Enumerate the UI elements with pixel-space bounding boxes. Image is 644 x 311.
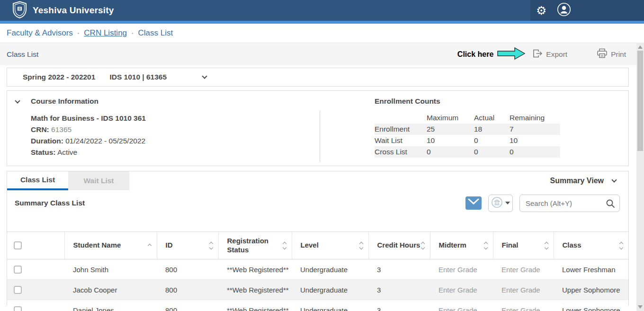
- col-header-remaining: Remaining: [510, 112, 560, 124]
- scroll-up-arrow-icon[interactable]: [638, 45, 643, 49]
- row-label-cross-list: Cross List: [375, 146, 427, 158]
- brand-name: Yeshiva University: [33, 5, 114, 16]
- class-list-page: Yeshiva University ⚙ Faculty & Advisors …: [0, 0, 644, 311]
- export-icon: [532, 49, 543, 60]
- midterm-enter-grade-link[interactable]: Enter Grade: [430, 300, 493, 311]
- cross-list-maximum: 0: [427, 146, 474, 158]
- university-shield-logo-icon: [12, 1, 27, 20]
- enrollment-maximum: 25: [427, 124, 474, 135]
- id-cell: 800: [157, 300, 218, 311]
- col-header-registration-status[interactable]: Registration Status: [219, 237, 292, 255]
- col-header-final[interactable]: Final: [493, 241, 554, 250]
- top-navbar: Yeshiva University ⚙: [0, 0, 644, 21]
- row-checkbox[interactable]: [14, 306, 22, 311]
- summary-view-label: Summary View: [550, 177, 604, 185]
- cross-list-remaining: 0: [510, 146, 560, 158]
- col-header-credit-hours[interactable]: Credit Hours: [369, 241, 430, 250]
- photo-column-header: [29, 232, 64, 259]
- breadcrumb-crn-listing[interactable]: CRN Listing: [84, 28, 127, 38]
- summary-class-list-heading: Summary Class List: [15, 199, 85, 207]
- col-header-class[interactable]: Class: [554, 241, 629, 250]
- col-header-level[interactable]: Level: [292, 241, 368, 250]
- col-header-student-name[interactable]: Student Name: [65, 241, 157, 250]
- summary-view-selector[interactable]: Summary View: [550, 171, 628, 190]
- col-header-maximum: Maximum: [427, 112, 474, 124]
- row-checkbox[interactable]: [14, 286, 22, 294]
- panel-divider: [320, 111, 320, 162]
- vertical-scrollbar[interactable]: [636, 43, 644, 311]
- id-cell: 800: [157, 259, 218, 280]
- export-label: Export: [546, 50, 567, 59]
- breadcrumb-faculty-advisors[interactable]: Faculty & Advisors: [7, 28, 73, 38]
- duration-line: Duration: 01/24/2022 - 05/25/2022: [31, 135, 146, 147]
- spacer-cell: [375, 112, 427, 124]
- term-course-selector[interactable]: Spring 2022 - 202201 IDS 1010 | 61365: [7, 68, 629, 87]
- scroll-down-arrow-icon[interactable]: [638, 305, 643, 309]
- row-label-wait-list: Wait List: [375, 135, 427, 146]
- print-label: Print: [611, 50, 626, 59]
- student-name-cell: Daniel Jones: [64, 300, 157, 311]
- sort-ascending-icon: [147, 243, 151, 247]
- user-avatar-icon[interactable]: [557, 2, 571, 18]
- scrollbar-thumb[interactable]: [637, 51, 643, 151]
- final-enter-grade-link[interactable]: Enter Grade: [493, 259, 554, 280]
- row-checkbox[interactable]: [14, 266, 22, 274]
- gear-icon[interactable]: ⚙: [536, 5, 546, 17]
- breadcrumb-separator: •: [132, 31, 134, 36]
- photo-cell: [29, 280, 64, 300]
- toolbar-actions: Click here Export: [457, 47, 626, 62]
- crn-label: CRN:: [31, 125, 49, 133]
- sort-down-icon: [209, 245, 213, 249]
- status-line: Status: Active: [31, 147, 146, 158]
- table-row: Jacob Cooper 800 **Web Registered** Unde…: [7, 280, 628, 300]
- enrollment-actual: 18: [474, 124, 510, 135]
- brand: Yeshiva University: [0, 1, 114, 20]
- midterm-enter-grade-link[interactable]: Enter Grade: [430, 259, 493, 280]
- search-container: [519, 195, 620, 212]
- select-all-checkbox[interactable]: [14, 241, 22, 249]
- bank-columns-icon: [491, 196, 503, 210]
- cross-list-actual: 0: [474, 146, 510, 158]
- breadcrumb-separator: •: [78, 31, 80, 36]
- print-button[interactable]: Print: [597, 48, 626, 60]
- duration-value: 01/24/2022 - 05/25/2022: [65, 137, 145, 145]
- col-header-midterm[interactable]: Midterm: [430, 241, 493, 250]
- wait-list-actual: 0: [474, 135, 510, 146]
- status-value: Active: [57, 148, 77, 156]
- enrollment-counts-heading: Enrollment Counts: [375, 97, 560, 106]
- envelope-icon: [468, 198, 479, 208]
- chevron-down-icon[interactable]: [202, 73, 207, 79]
- table-row: Daniel Jones 800 **Web Registered** Unde…: [7, 300, 628, 311]
- breadcrumb-class-list[interactable]: Class List: [138, 28, 173, 38]
- tab-class-list[interactable]: Class List: [7, 171, 68, 190]
- final-enter-grade-link[interactable]: Enter Grade: [493, 300, 554, 311]
- print-icon: [597, 48, 608, 60]
- enrollment-counts-table: Maximum Actual Remaining Enrollment 25 1…: [375, 112, 560, 158]
- final-enter-grade-link[interactable]: Enter Grade: [493, 280, 554, 300]
- collapse-chevron-icon[interactable]: [15, 98, 20, 103]
- click-here-annotation: Click here: [457, 50, 493, 59]
- duration-label: Duration:: [31, 137, 63, 145]
- list-subheader: Summary Class List: [7, 190, 628, 216]
- search-icon[interactable]: [605, 198, 616, 211]
- status-label: Status:: [31, 148, 56, 156]
- sort-up-icon: [619, 241, 623, 245]
- col-header-id[interactable]: ID: [157, 241, 218, 250]
- midterm-enter-grade-link[interactable]: Enter Grade: [430, 280, 493, 300]
- tabs-row: Class List Wait List Summary View: [7, 171, 628, 190]
- export-button[interactable]: Export: [532, 49, 567, 60]
- student-name-cell: Jacob Cooper: [64, 280, 157, 300]
- course-information-panel: Course Information Math for Business - I…: [7, 90, 629, 166]
- email-button[interactable]: [465, 196, 482, 210]
- caret-down-icon: [505, 202, 510, 204]
- student-name-cell: John Smith: [64, 259, 157, 280]
- search-options-button[interactable]: [488, 195, 513, 212]
- photo-cell: [29, 300, 64, 311]
- chevron-down-icon: [611, 177, 617, 182]
- annotation-arrow-icon: [497, 47, 526, 62]
- selected-term: Spring 2022 - 202201: [23, 73, 95, 81]
- level-cell: Undergraduate: [292, 300, 368, 311]
- tab-wait-list[interactable]: Wait List: [68, 171, 129, 190]
- student-table: Student Name ID Registration Status Leve…: [7, 231, 628, 311]
- sort-down-icon: [619, 245, 623, 249]
